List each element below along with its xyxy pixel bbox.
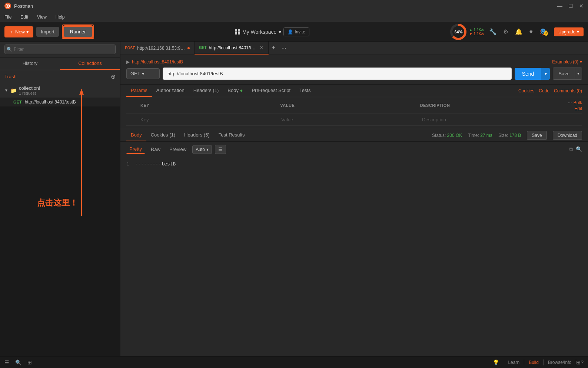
search-input[interactable] (4, 45, 116, 54)
menu-view[interactable]: View (36, 14, 48, 20)
format-tab-raw[interactable]: Raw (148, 145, 163, 154)
trash-label: Trash (4, 74, 17, 79)
search-wrap: 🔍 (4, 45, 116, 54)
learn-link[interactable]: Learn (504, 360, 524, 365)
response-save-button[interactable]: Save (527, 131, 547, 140)
add-collection-button[interactable]: ⊕ (111, 73, 116, 80)
comments-link[interactable]: Comments (0) (554, 88, 582, 93)
time-label: Time: 27 ms (468, 133, 492, 138)
menu-file[interactable]: File (3, 14, 13, 20)
method-label: GET (130, 71, 140, 76)
menu-edit[interactable]: Edit (19, 14, 30, 20)
titlebar-left: Postman (4, 3, 33, 9)
req-tab-params[interactable]: Params (126, 85, 152, 97)
search-icon: 🔍 (7, 47, 12, 52)
examples-link[interactable]: Examples (0) ▾ (552, 59, 582, 65)
collection-name: collection! (19, 85, 40, 91)
response-download-button[interactable]: Download (553, 131, 582, 140)
res-tab-cookies[interactable]: Cookies (1) (146, 129, 180, 141)
content-area: POST http://192.168.31.53:9200/meg... GE… (120, 42, 588, 356)
settings-icon[interactable]: ⚙ (502, 27, 510, 37)
sidebar-search-area: 🔍 (0, 42, 120, 58)
response-status: Status: 200 OK Time: 27 ms Size: 178 B S… (432, 131, 582, 140)
response-tabs-bar: Body Cookies (1) Headers (5) Test Result… (120, 129, 588, 142)
minimize-button[interactable]: — (557, 3, 562, 9)
req-tab-right: Cookies Code Comments (0) (518, 88, 582, 93)
code-link[interactable]: Code (539, 88, 549, 93)
method-select[interactable]: GET ▾ (126, 68, 160, 79)
more-tabs-button[interactable]: ··· (279, 45, 289, 52)
layout-icon[interactable]: ⊞ (27, 359, 32, 365)
avatar[interactable]: 🎭 (538, 26, 550, 38)
url-input-row: GET ▾ Send ▾ Save ▾ (126, 68, 582, 80)
req-tab-headers[interactable]: Headers (1) (189, 85, 223, 97)
send-dropdown-button[interactable]: ▾ (541, 68, 550, 80)
res-tab-headers[interactable]: Headers (5) (180, 129, 214, 141)
save-dropdown-button[interactable]: ▾ (575, 68, 582, 80)
collection-item[interactable]: ▼ 📁 collection! 1 request (0, 83, 120, 98)
sidebar-tab-history[interactable]: History (0, 58, 60, 70)
line-number: 1 (126, 161, 129, 167)
menu-help[interactable]: Help (54, 14, 66, 20)
params-table: KEY VALUE DESCRIPTION ··· Bulk Edit (120, 97, 588, 129)
import-button[interactable]: Import (36, 27, 59, 37)
upgrade-button[interactable]: Upgrade ▾ (554, 27, 584, 36)
workspace-button[interactable]: My Workspace ▾ (235, 29, 281, 35)
request-method-label: GET (13, 100, 22, 104)
req-tab-body[interactable]: Body ● (223, 85, 247, 97)
response-tabs-left: Body Cookies (1) Headers (5) Test Result… (126, 129, 249, 141)
bell-icon[interactable]: 🔔 (514, 27, 524, 37)
maximize-button[interactable]: ☐ (568, 3, 573, 9)
search-global-icon[interactable]: 🔍 (15, 359, 21, 365)
breadcrumb-arrow: ▶ (126, 59, 130, 65)
app-title: Postman (14, 3, 33, 9)
res-body-right: ⧉ 🔍 (569, 146, 582, 152)
add-tab-button[interactable]: + (269, 44, 279, 52)
tab-close-button[interactable]: ✕ (259, 45, 264, 50)
breadcrumb: ▶ http://localhost:8401/testB Examples (… (126, 59, 582, 65)
cpu-gauge: 64% (450, 24, 466, 40)
tab-post-request[interactable]: POST http://192.168.31.53:9200/meg... (120, 42, 195, 55)
word-wrap-button[interactable]: ☰ (215, 145, 226, 154)
tab-method-post: POST (125, 46, 135, 50)
grid-icon[interactable]: ⊞ (576, 359, 581, 365)
req-tab-authorization[interactable]: Authorization (152, 85, 189, 97)
tab-url-post: http://192.168.31.53:9200/meg... (137, 46, 185, 51)
heart-icon[interactable]: ♥ (528, 27, 534, 37)
params-value-input[interactable] (278, 116, 419, 123)
params-key-input[interactable] (137, 116, 278, 123)
invite-button[interactable]: 👤 Invite (283, 27, 309, 36)
bulk-edit-button[interactable]: Bulk Edit (574, 100, 582, 111)
tab-unsaved-dot (187, 47, 190, 49)
format-tab-pretty[interactable]: Pretty (126, 145, 145, 154)
sidebar-toggle-icon[interactable]: ☰ (4, 359, 9, 365)
wrench-icon[interactable]: 🔧 (488, 27, 498, 37)
format-select[interactable]: Auto ▾ (192, 145, 212, 154)
help-icon[interactable]: ? (581, 359, 584, 365)
close-button[interactable]: ✕ (579, 3, 584, 9)
tab-url-get: http://localhost:8401/testB (209, 45, 257, 50)
format-tab-preview[interactable]: Preview (166, 145, 189, 154)
runner-button[interactable]: Runner (63, 26, 93, 37)
res-tab-body[interactable]: Body (126, 129, 146, 141)
statusbar-left: ☰ 🔍 ⊞ (4, 359, 32, 365)
copy-icon[interactable]: ⧉ (569, 146, 573, 152)
req-tab-tests[interactable]: Tests (295, 85, 315, 97)
tab-get-request[interactable]: GET http://localhost:8401/testB ✕ (195, 42, 269, 55)
request-item[interactable]: GET http://localhost:8401/testB (0, 98, 120, 106)
request-url-label: http://localhost:8401/testB (25, 99, 76, 105)
sidebar-tab-collections[interactable]: Collections (60, 58, 120, 70)
more-icon: ··· (568, 99, 572, 105)
browse-link[interactable]: Browse/Info (544, 360, 576, 365)
build-link[interactable]: Build (524, 360, 543, 365)
params-desc-input[interactable] (419, 116, 560, 123)
cookies-link[interactable]: Cookies (518, 88, 534, 93)
new-button[interactable]: ＋ New ▾ (4, 26, 33, 37)
url-input[interactable] (163, 68, 512, 80)
req-tab-prerequest[interactable]: Pre-request Script (247, 85, 295, 97)
app-logo (4, 3, 11, 9)
save-button[interactable]: Save (553, 68, 575, 80)
search-icon[interactable]: 🔍 (576, 146, 582, 152)
res-tab-testresults[interactable]: Test Results (214, 129, 249, 141)
send-button[interactable]: Send (515, 68, 542, 80)
